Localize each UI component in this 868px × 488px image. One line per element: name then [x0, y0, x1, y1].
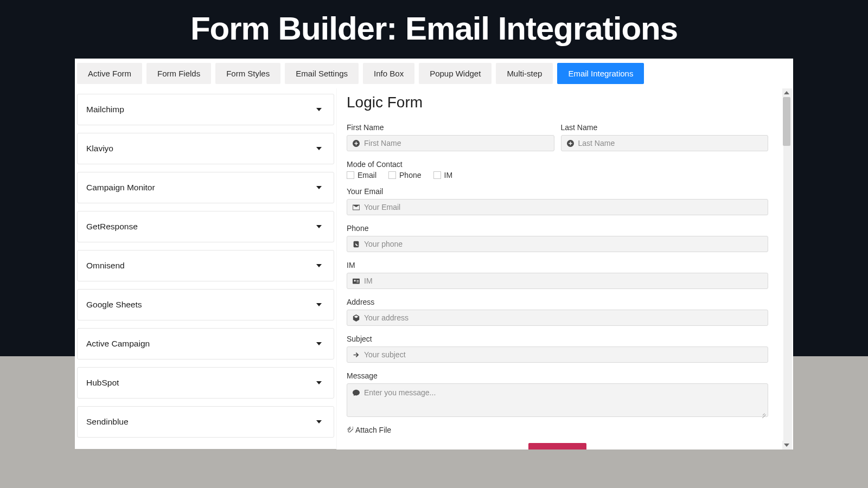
tab-active-form[interactable]: Active Form	[77, 63, 142, 84]
integration-mailchimp[interactable]: Mailchimp	[77, 94, 334, 125]
preview-scrollbar-thumb[interactable]	[783, 97, 790, 146]
chevron-down-icon	[316, 225, 322, 228]
im-input[interactable]	[364, 277, 762, 285]
plus-circle-icon	[353, 140, 360, 147]
integration-label: HubSpot	[86, 378, 119, 388]
scrollbar-arrow-down-icon[interactable]	[782, 441, 791, 450]
tab-form-styles[interactable]: Form Styles	[215, 63, 280, 84]
contact-mode-label: Mode of Contact	[347, 160, 768, 169]
integration-active-campaign[interactable]: Active Campaign	[77, 328, 334, 359]
integration-label: Mailchimp	[86, 105, 124, 114]
contact-mode-options: EmailPhoneIM	[347, 171, 768, 179]
envelope-icon	[353, 204, 360, 211]
message-input[interactable]	[364, 388, 762, 413]
app-window: Active FormForm FieldsForm StylesEmail S…	[75, 59, 793, 449]
contact-option-label: IM	[444, 171, 453, 179]
last-name-input-wrap[interactable]	[561, 135, 769, 151]
integration-omnisend[interactable]: Omnisend	[77, 250, 334, 281]
attach-file-link[interactable]: Attach File	[347, 426, 768, 434]
first-name-input[interactable]	[364, 139, 548, 147]
chevron-down-icon	[316, 303, 322, 306]
subject-label: Subject	[347, 335, 768, 343]
im-label: IM	[347, 261, 768, 269]
integration-sendinblue[interactable]: Sendinblue	[77, 406, 334, 438]
tab-email-integrations[interactable]: Email Integrations	[557, 63, 644, 84]
chevron-down-icon	[316, 186, 322, 189]
preview-scroll: Logic Form First Name Last Name	[347, 88, 774, 450]
address-label: Address	[347, 298, 768, 306]
tab-form-fields[interactable]: Form Fields	[146, 63, 211, 84]
address-field: Address	[347, 298, 768, 326]
id-card-icon	[353, 278, 360, 285]
integration-label: Omnisend	[86, 261, 125, 271]
email-input[interactable]	[364, 203, 762, 211]
resize-handle-icon[interactable]	[761, 409, 766, 415]
integration-label: Google Sheets	[86, 300, 142, 310]
im-field: IM	[347, 261, 768, 289]
svg-point-2	[354, 280, 355, 281]
integration-label: Active Campaign	[86, 339, 150, 349]
subject-input[interactable]	[364, 350, 762, 359]
first-name-label: First Name	[347, 123, 554, 132]
submit-button[interactable]: Submit	[528, 443, 586, 450]
svg-rect-1	[353, 278, 360, 284]
arrow-right-icon	[353, 351, 360, 358]
checkbox-icon[interactable]	[433, 171, 441, 179]
first-name-field: First Name	[347, 123, 554, 151]
integration-label: GetResponse	[86, 222, 138, 232]
content-area: MailchimpKlaviyoCampaign MonitorGetRespo…	[75, 88, 793, 450]
email-label: Your Email	[347, 187, 768, 196]
integration-klaviyo[interactable]: Klaviyo	[77, 133, 334, 164]
integration-campaign-monitor[interactable]: Campaign Monitor	[77, 172, 334, 203]
contact-option-im[interactable]: IM	[433, 171, 453, 179]
last-name-field: Last Name	[561, 123, 769, 151]
subject-input-wrap[interactable]	[347, 346, 768, 363]
tab-email-settings[interactable]: Email Settings	[285, 63, 359, 84]
preview-pane: Logic Form First Name Last Name	[336, 88, 793, 450]
address-input[interactable]	[364, 313, 762, 322]
integration-label: Campaign Monitor	[86, 183, 155, 192]
integration-google-sheets[interactable]: Google Sheets	[77, 289, 334, 320]
cube-icon	[353, 314, 360, 322]
integrations-sidebar: MailchimpKlaviyoCampaign MonitorGetRespo…	[75, 88, 336, 450]
plus-circle-icon	[567, 140, 574, 147]
integration-label: Sendinblue	[86, 417, 129, 427]
im-input-wrap[interactable]	[347, 273, 768, 289]
contact-option-phone[interactable]: Phone	[388, 171, 421, 179]
contact-option-email[interactable]: Email	[347, 171, 376, 179]
integration-getresponse[interactable]: GetResponse	[77, 211, 334, 242]
checkbox-icon[interactable]	[347, 171, 354, 179]
last-name-label: Last Name	[561, 123, 769, 132]
message-input-wrap[interactable]	[347, 383, 768, 417]
message-label: Message	[347, 371, 768, 380]
phone-label: Phone	[347, 224, 768, 233]
tab-popup-widget[interactable]: Popup Widget	[419, 63, 492, 84]
phone-field: Phone	[347, 224, 768, 252]
phone-icon	[353, 241, 360, 248]
svg-rect-3	[356, 280, 359, 280]
message-field: Message	[347, 371, 768, 417]
chevron-down-icon	[316, 342, 322, 345]
contact-option-label: Email	[358, 171, 376, 179]
chevron-down-icon	[316, 108, 322, 111]
email-input-wrap[interactable]	[347, 199, 768, 215]
scrollbar-arrow-up-icon[interactable]	[782, 88, 791, 97]
last-name-input[interactable]	[578, 139, 763, 147]
chevron-down-icon	[316, 147, 322, 150]
attach-file-label: Attach File	[355, 426, 391, 434]
svg-rect-4	[356, 281, 359, 282]
contact-option-label: Phone	[399, 171, 421, 179]
phone-input-wrap[interactable]	[347, 236, 768, 252]
tab-info-box[interactable]: Info Box	[363, 63, 414, 84]
preview-scrollbar-track[interactable]	[783, 88, 792, 450]
integration-hubspot[interactable]: HubSpot	[77, 367, 334, 399]
checkbox-icon[interactable]	[388, 171, 396, 179]
email-field: Your Email	[347, 187, 768, 215]
form-title: Logic Form	[347, 94, 768, 111]
phone-input[interactable]	[364, 240, 762, 248]
subject-field: Subject	[347, 335, 768, 363]
first-name-input-wrap[interactable]	[347, 135, 554, 151]
address-input-wrap[interactable]	[347, 310, 768, 326]
chat-bubble-icon	[353, 389, 360, 396]
tab-multi-step[interactable]: Multi-step	[496, 63, 553, 84]
